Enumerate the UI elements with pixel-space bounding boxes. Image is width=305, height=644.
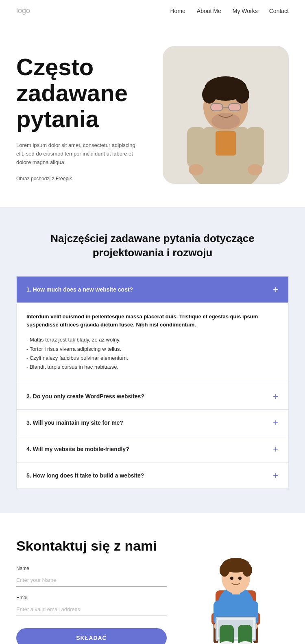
- list-item: Mattis teraz jest tak blady, że aż wolny…: [26, 335, 279, 344]
- nav-link-works[interactable]: My Works: [233, 8, 258, 14]
- nav-item-home[interactable]: Home: [170, 7, 185, 15]
- faq-question-text-2: 2. Do you only create WordPress websites…: [26, 393, 144, 400]
- name-input[interactable]: [16, 574, 167, 587]
- svg-point-30: [238, 577, 242, 580]
- faq-plus-icon-5: +: [273, 471, 279, 480]
- nav-link-about[interactable]: About Me: [197, 8, 221, 14]
- svg-point-7: [202, 86, 217, 104]
- faq-section: Najczęściej zadawane pytania dotyczące p…: [0, 207, 305, 513]
- faq-plus-icon-2: +: [273, 391, 279, 401]
- svg-point-8: [235, 86, 249, 104]
- svg-rect-11: [229, 104, 241, 111]
- svg-point-9: [211, 113, 240, 129]
- nav-item-works[interactable]: My Works: [233, 7, 258, 15]
- image-credit-text: Obraz pochodzi z: [16, 176, 56, 182]
- nav-item-contact[interactable]: Contact: [269, 7, 289, 15]
- faq-item-1: 1. How much does a new website cost? + I…: [16, 276, 289, 383]
- svg-rect-23: [226, 594, 246, 619]
- svg-rect-14: [246, 127, 264, 168]
- email-form-group: Email: [16, 595, 167, 616]
- faq-question-text-1: 1. How much does a new website cost?: [26, 286, 133, 293]
- svg-rect-10: [211, 104, 223, 111]
- image-credit-link[interactable]: Freepik: [56, 176, 72, 182]
- faq-list: 1. How much does a new website cost? + I…: [16, 276, 289, 489]
- name-form-group: Name: [16, 566, 167, 587]
- svg-point-15: [189, 164, 203, 175]
- navbar: logo Home About Me My Works Contact: [0, 0, 305, 22]
- faq-item-5: 5. How long does it take to build a webs…: [16, 462, 289, 489]
- faq-question-text-4: 4. Will my website be mobile-friendly?: [26, 446, 129, 452]
- hero-image: [163, 46, 289, 184]
- faq-plus-icon-1: +: [273, 285, 279, 294]
- hero-text: Często zadawane pytania Lorem ipsum dolo…: [16, 46, 150, 191]
- svg-point-28: [242, 564, 252, 577]
- list-item: Tortor i risus viverra adipiscing w tell…: [26, 345, 279, 354]
- faq-item-2: 2. Do you only create WordPress websites…: [16, 383, 289, 409]
- list-item: Czyli należy faucibus pulvinar elementum…: [26, 354, 279, 363]
- svg-point-27: [220, 564, 229, 577]
- hero-title: Często zadawane pytania: [16, 54, 150, 132]
- faq-heading: Najczęściej zadawane pytania dotyczące p…: [35, 231, 270, 260]
- image-credit: Obraz pochodzi z Freepik: [16, 175, 138, 183]
- faq-question-5[interactable]: 5. How long does it take to build a webs…: [17, 462, 288, 488]
- list-item: Blandit turpis cursus in hac habitasse.: [26, 363, 279, 372]
- svg-point-29: [230, 577, 233, 580]
- submit-button[interactable]: SKŁADAĆ: [16, 628, 167, 644]
- faq-question-2[interactable]: 2. Do you only create WordPress websites…: [17, 383, 288, 409]
- faq-plus-icon-3: +: [273, 418, 279, 428]
- hero-section: Często zadawane pytania Lorem ipsum dolo…: [0, 22, 305, 207]
- hero-person-illustration: [163, 46, 289, 184]
- contact-illustration: [183, 538, 289, 644]
- faq-item-3: 3. Will you maintain my site for me? +: [16, 409, 289, 436]
- faq-plus-icon-4: +: [273, 444, 279, 454]
- contact-section: Skontaktuj się z nami Name Email SKŁADAĆ…: [0, 513, 305, 644]
- faq-answer-bold-1: Interdum velit euismod in pellentesque m…: [26, 313, 279, 329]
- nav-links: Home About Me My Works Contact: [170, 7, 289, 15]
- email-label: Email: [16, 595, 167, 601]
- faq-question-4[interactable]: 4. Will my website be mobile-friendly? +: [17, 436, 288, 462]
- faq-answer-list-1: Mattis teraz jest tak blady, że aż wolny…: [26, 335, 279, 371]
- logo: logo: [16, 6, 30, 15]
- faq-question-text-3: 3. Will you maintain my site for me?: [26, 419, 123, 426]
- faq-answer-1: Interdum velit euismod in pellentesque m…: [17, 303, 288, 383]
- svg-rect-13: [187, 127, 205, 168]
- nav-item-about[interactable]: About Me: [197, 7, 221, 15]
- faq-item-4: 4. Will my website be mobile-friendly? +: [16, 436, 289, 462]
- contact-form-area: Skontaktuj się z nami Name Email SKŁADAĆ…: [16, 538, 167, 644]
- faq-question-3[interactable]: 3. Will you maintain my site for me? +: [17, 410, 288, 436]
- contact-heading: Skontaktuj się z nami: [16, 538, 167, 554]
- faq-question-text-5: 5. How long does it take to build a webs…: [26, 472, 144, 479]
- faq-question-1[interactable]: 1. How much does a new website cost? +: [17, 277, 288, 303]
- contact-person-svg: [191, 538, 281, 644]
- name-label: Name: [16, 566, 167, 571]
- svg-point-16: [248, 164, 262, 175]
- nav-link-home[interactable]: Home: [170, 8, 185, 14]
- hero-description: Lorem ipsum dolor sit amet, consectetur …: [16, 141, 138, 166]
- svg-rect-3: [216, 131, 236, 156]
- email-input[interactable]: [16, 603, 167, 616]
- nav-link-contact[interactable]: Contact: [269, 8, 289, 14]
